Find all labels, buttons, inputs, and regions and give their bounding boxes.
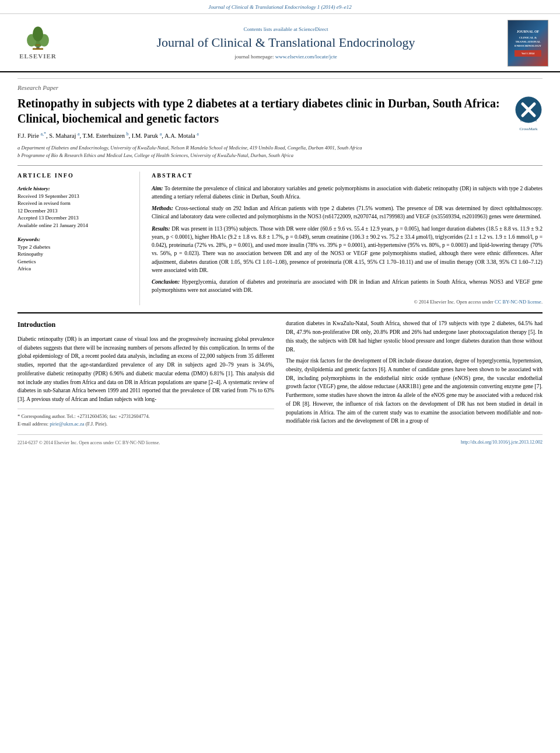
results-label: Results: xyxy=(152,226,170,232)
article-info-heading: ARTICLE INFO xyxy=(18,172,131,180)
online-date: Available online 21 January 2014 xyxy=(18,222,131,229)
abstract-text: Aim: To determine the prevalence of clin… xyxy=(152,184,542,306)
body-col-left: Introduction Diabetic retinopathy (DR) i… xyxy=(18,319,274,428)
keyword-3: Genetics xyxy=(18,258,131,266)
revised-label: Received in revised form xyxy=(18,200,131,207)
authors-text: F.J. Pirie a,*, S. Maharaj a, T.M. Ester… xyxy=(18,133,199,139)
cc-license-link[interactable]: CC BY-NC-ND license xyxy=(495,299,541,305)
article-history-block: Article history: Received 19 September 2… xyxy=(18,184,131,229)
email-suffix: (F.J. Pirie). xyxy=(86,421,108,427)
header-center: Contents lists available at ScienceDirec… xyxy=(64,26,508,61)
intro-p2: duration diabetes in KwaZulu-Natal, Sout… xyxy=(286,319,542,354)
abstract-column: ABSTRACT Aim: To determine the prevalenc… xyxy=(152,172,542,306)
affiliation-b: b Programme of Bio & Research Ethics and… xyxy=(18,152,542,159)
abstract-copyright: © 2014 Elsevier Inc. Open access under C… xyxy=(152,298,542,306)
keywords-heading: Keywords: xyxy=(18,236,40,242)
aim-label: Aim: xyxy=(152,186,163,191)
elsevier-tree-icon xyxy=(20,25,55,51)
svg-text:CrossMark: CrossMark xyxy=(520,118,537,122)
body-col-right: duration diabetes in KwaZulu-Natal, Sout… xyxy=(286,319,542,428)
intro-text-left: Diabetic retinopathy (DR) is an importan… xyxy=(18,335,274,404)
contents-text: Contents lists available at xyxy=(244,26,298,32)
header-area: ELSEVIER Contents lists available at Sci… xyxy=(0,14,560,72)
article-type-label: Research Paper xyxy=(18,78,542,92)
intro-p1: Diabetic retinopathy (DR) is an importan… xyxy=(18,335,274,404)
abstract-methods: Methods: Cross-sectional study on 292 In… xyxy=(152,204,542,221)
aim-text: To determine the prevalence of clinical … xyxy=(152,186,542,200)
affiliation-a: a Department of Diabetes and Endocrinolo… xyxy=(18,144,542,152)
svg-rect-5 xyxy=(36,45,40,46)
science-direct-link[interactable]: ScienceDirect xyxy=(299,26,328,32)
intro-p3: The major risk factors for the developme… xyxy=(286,357,542,426)
crossmark-badge: CrossMark CrossMark xyxy=(514,96,542,124)
intro-text-right: duration diabetes in KwaZulu-Natal, Sout… xyxy=(286,319,542,426)
elsevier-logo: ELSEVIER xyxy=(12,25,64,61)
crossmark-label: CrossMark xyxy=(514,127,542,133)
results-text: DR was present in 113 (39%) subjects. Th… xyxy=(152,226,542,273)
methods-label: Methods: xyxy=(152,205,173,211)
bottom-bar: 2214-6237 © 2014 Elsevier Inc. Open acce… xyxy=(18,434,542,447)
body-section: Introduction Diabetic retinopathy (DR) i… xyxy=(18,312,542,447)
keyword-4: Africa xyxy=(18,265,131,273)
copyright-text: © 2014 Elsevier Inc. Open access under C… xyxy=(414,299,542,305)
journal-citation: Journal of Clinical & Translational Endo… xyxy=(208,4,352,10)
article-info-column: ARTICLE INFO Article history: Received 1… xyxy=(18,172,140,306)
affiliations: a Department of Diabetes and Endocrinolo… xyxy=(18,144,542,159)
cover-text: JOURNAL OF CLINICAL & TRANSLATIONAL ENDO… xyxy=(514,29,541,56)
authors: F.J. Pirie a,*, S. Maharaj a, T.M. Ester… xyxy=(18,131,542,141)
page: Journal of Clinical & Translational Endo… xyxy=(0,0,560,753)
accepted-date: Accepted 13 December 2013 xyxy=(18,214,131,222)
methods-text: Cross-sectional study on 292 Indian and … xyxy=(152,205,542,219)
received-date: Received 19 September 2013 xyxy=(18,193,131,200)
email-address[interactable]: pirie@ukzn.ac.za xyxy=(50,421,84,427)
doi-text: http://dx.doi.org/10.1016/j.jcte.2013.12… xyxy=(461,440,542,445)
body-two-col: Introduction Diabetic retinopathy (DR) i… xyxy=(18,319,542,428)
email-label: E-mail address: xyxy=(18,421,48,427)
journal-homepage: journal homepage: www.elsevier.com/locat… xyxy=(70,53,502,61)
history-label: Article history: xyxy=(18,186,50,191)
journal-cover-thumbnail: JOURNAL OF CLINICAL & TRANSLATIONAL ENDO… xyxy=(508,20,548,67)
journal-title: Journal of Clinical & Translational Endo… xyxy=(70,35,502,50)
intro-heading: Introduction xyxy=(18,319,274,330)
corresponding-note: * Corresponding author. Tel.: +273126045… xyxy=(18,413,274,420)
svg-rect-6 xyxy=(33,48,43,50)
contents-line: Contents lists available at ScienceDirec… xyxy=(70,26,502,33)
abstract-heading: ABSTRACT xyxy=(152,172,542,180)
keyword-2: Retinopathy xyxy=(18,250,131,258)
revised-date: 12 December 2013 xyxy=(18,207,131,215)
article-info-abstract-section: ARTICLE INFO Article history: Received 1… xyxy=(18,165,542,306)
svg-point-4 xyxy=(33,27,43,41)
journal-top-bar: Journal of Clinical & Translational Endo… xyxy=(0,0,560,14)
issn-text: 2214-6237 © 2014 Elsevier Inc. Open acce… xyxy=(18,438,160,447)
keyword-1: Type 2 diabetes xyxy=(18,243,131,251)
footnote: * Corresponding author. Tel.: +273126045… xyxy=(18,409,274,428)
email-line: E-mail address: pirie@ukzn.ac.za (F.J. P… xyxy=(18,420,274,428)
article-title: Retinopathy in subjects with type 2 diab… xyxy=(18,96,542,126)
issn: 2214-6237 © 2014 Elsevier Inc. Open acce… xyxy=(18,440,160,445)
keywords-block: Keywords: Type 2 diabetes Retinopathy Ge… xyxy=(18,235,131,273)
main-content: Research Paper Retinopathy in subjects w… xyxy=(0,72,560,452)
abstract-aim: Aim: To determine the prevalence of clin… xyxy=(152,184,542,201)
conclusion-label: Conclusion: xyxy=(152,279,180,285)
abstract-results: Results: DR was present in 113 (39%) sub… xyxy=(152,225,542,275)
abstract-conclusion: Conclusion: Hyperglycemia, duration of d… xyxy=(152,278,542,295)
elsevier-wordmark: ELSEVIER xyxy=(19,52,57,61)
doi-link[interactable]: http://dx.doi.org/10.1016/j.jcte.2013.12… xyxy=(461,439,542,445)
conclusion-text: Hyperglycemia, duration of diabetes and … xyxy=(152,279,542,293)
homepage-link[interactable]: www.elsevier.com/locate/jcte xyxy=(275,54,337,60)
elsevier-svg: ELSEVIER xyxy=(12,25,64,61)
